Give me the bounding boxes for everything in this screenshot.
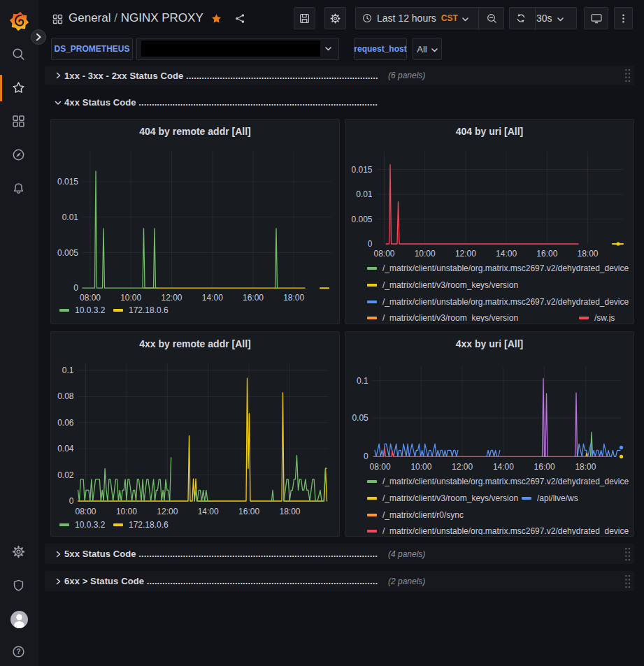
svg-text:18:00: 18:00 <box>575 462 596 472</box>
svg-text:0: 0 <box>73 283 78 293</box>
svg-text:0.005: 0.005 <box>351 215 372 224</box>
svg-text:0: 0 <box>368 239 373 249</box>
svg-text:0.04: 0.04 <box>57 444 74 454</box>
svg-text:08:00: 08:00 <box>373 249 394 259</box>
svg-text:10:00: 10:00 <box>120 293 141 303</box>
svg-text:16:00: 16:00 <box>534 462 555 472</box>
svg-text:18:00: 18:00 <box>279 507 300 516</box>
svg-text:08:00: 08:00 <box>370 462 391 472</box>
svg-text:0.02: 0.02 <box>57 470 74 480</box>
svg-text:0.05: 0.05 <box>352 413 368 423</box>
svg-text:12:00: 12:00 <box>452 462 473 472</box>
svg-text:0.005: 0.005 <box>57 248 78 258</box>
svg-text:14:00: 14:00 <box>202 293 223 303</box>
svg-text:18:00: 18:00 <box>577 249 598 259</box>
svg-text:0.01: 0.01 <box>62 212 79 222</box>
svg-text:0.01: 0.01 <box>356 189 373 199</box>
svg-text:0.1: 0.1 <box>357 376 368 386</box>
svg-text:0: 0 <box>69 496 74 506</box>
svg-text:16:00: 16:00 <box>238 507 259 516</box>
svg-text:08:00: 08:00 <box>80 293 101 303</box>
svg-text:12:00: 12:00 <box>157 507 178 516</box>
svg-text:0.06: 0.06 <box>57 418 74 428</box>
svg-text:16:00: 16:00 <box>536 249 557 259</box>
svg-text:10:00: 10:00 <box>116 507 137 516</box>
svg-text:10:00: 10:00 <box>410 462 431 472</box>
svg-text:10:00: 10:00 <box>415 249 436 259</box>
svg-text:0.08: 0.08 <box>57 391 74 401</box>
svg-text:0.015: 0.015 <box>57 177 78 187</box>
svg-text:18:00: 18:00 <box>283 293 304 303</box>
svg-text:0.015: 0.015 <box>351 165 372 175</box>
svg-text:12:00: 12:00 <box>161 293 182 303</box>
svg-text:0.1: 0.1 <box>62 365 74 375</box>
svg-text:14:00: 14:00 <box>493 462 514 472</box>
svg-text:0: 0 <box>364 451 368 461</box>
svg-text:08:00: 08:00 <box>75 507 96 516</box>
svg-text:16:00: 16:00 <box>243 293 264 303</box>
svg-text:14:00: 14:00 <box>198 507 219 516</box>
svg-text:12:00: 12:00 <box>455 249 476 259</box>
svg-text:14:00: 14:00 <box>496 249 517 259</box>
